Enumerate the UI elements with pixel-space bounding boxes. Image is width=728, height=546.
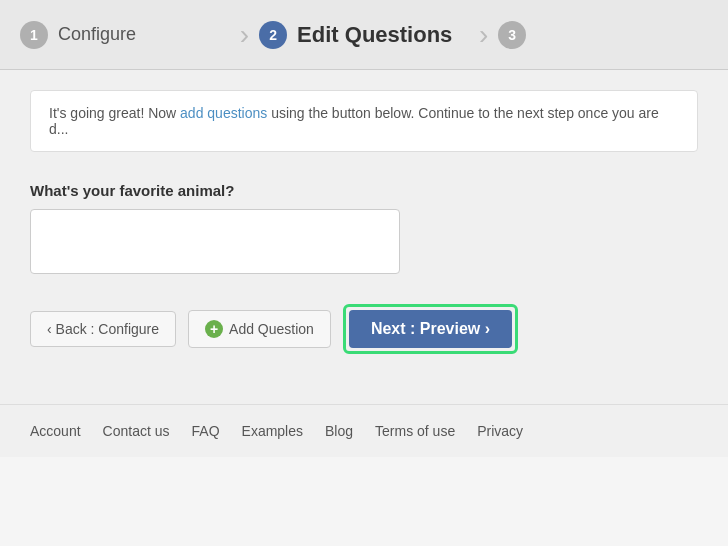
add-questions-link[interactable]: add questions: [180, 105, 267, 121]
step-3-number: 3: [498, 21, 526, 49]
step-2: 2 Edit Questions: [259, 21, 469, 49]
footer-link-privacy[interactable]: Privacy: [477, 423, 523, 439]
footer-link-contact[interactable]: Contact us: [103, 423, 170, 439]
add-question-button[interactable]: + Add Question: [188, 310, 331, 348]
footer-link-faq[interactable]: FAQ: [192, 423, 220, 439]
footer: Account Contact us FAQ Examples Blog Ter…: [0, 404, 728, 457]
next-button-wrapper: Next : Preview ›: [343, 304, 518, 354]
step-2-label: Edit Questions: [297, 22, 452, 48]
back-button[interactable]: ‹ Back : Configure: [30, 311, 176, 347]
chevron-icon-2: ›: [479, 19, 488, 51]
footer-link-account[interactable]: Account: [30, 423, 81, 439]
footer-link-examples[interactable]: Examples: [242, 423, 303, 439]
info-text-before: It's going great! Now: [49, 105, 180, 121]
step-1: 1 Configure: [20, 21, 230, 49]
stepper: 1 Configure › 2 Edit Questions › 3: [0, 0, 728, 70]
chevron-icon-1: ›: [240, 19, 249, 51]
add-button-label: Add Question: [229, 321, 314, 337]
info-banner: It's going great! Now add questions usin…: [30, 90, 698, 152]
step-1-label: Configure: [58, 24, 136, 45]
main-content: It's going great! Now add questions usin…: [0, 70, 728, 404]
step-3: 3: [498, 21, 708, 49]
footer-link-terms[interactable]: Terms of use: [375, 423, 455, 439]
next-button[interactable]: Next : Preview ›: [349, 310, 512, 348]
question-input[interactable]: [30, 209, 400, 274]
add-icon: +: [205, 320, 223, 338]
step-1-number: 1: [20, 21, 48, 49]
action-buttons: ‹ Back : Configure + Add Question Next :…: [30, 304, 698, 354]
question-label: What's your favorite animal?: [30, 182, 698, 199]
footer-link-blog[interactable]: Blog: [325, 423, 353, 439]
step-2-number: 2: [259, 21, 287, 49]
